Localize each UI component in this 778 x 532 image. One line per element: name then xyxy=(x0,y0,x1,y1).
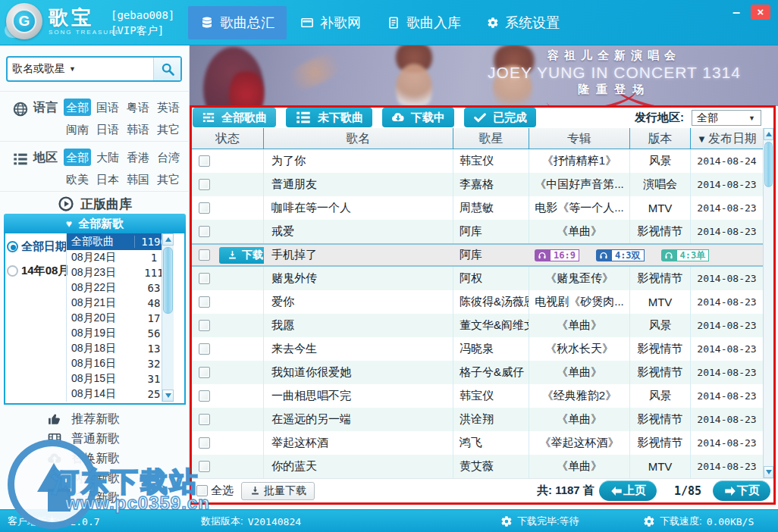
search-button[interactable] xyxy=(153,58,180,80)
table-row[interactable]: 来去今生冯晓泉《秋水长天》影视情节2014-08-23 xyxy=(192,337,763,361)
minimize-button[interactable]: – xyxy=(726,5,746,19)
date-list-scrollbar[interactable] xyxy=(162,233,174,402)
tab-下载中[interactable]: 下载中 xyxy=(382,108,454,127)
release-region-dropdown[interactable]: 全部 ▼ xyxy=(692,110,761,126)
table-row[interactable]: 为了你韩宝仪《抒情精粹1》风景2014-08-24 xyxy=(192,149,763,173)
scrollbar-thumb[interactable] xyxy=(163,247,173,314)
row-checkbox[interactable] xyxy=(199,226,210,237)
table-scrollbar[interactable] xyxy=(763,128,773,478)
row-checkbox[interactable] xyxy=(199,320,210,331)
column-header-发布日期[interactable]: ▼发布日期 xyxy=(691,128,763,149)
table-row[interactable]: 我知道你很爱她格子兮&威仔《单曲》影视情节2014-08-23 xyxy=(192,361,763,384)
filter-option-国语[interactable]: 国语 xyxy=(94,99,121,116)
filter-option-全部[interactable]: 全部 xyxy=(64,149,91,166)
sidebar-item-综艺新歌[interactable]: 综艺新歌 xyxy=(0,488,190,508)
table-row[interactable]: 举起这杯酒鸿飞《举起这杯酒》影视情节2014-08-23 xyxy=(192,431,763,455)
table-row[interactable]: 普通朋友李嘉格《中国好声音第...演唱会2014-08-23 xyxy=(192,173,763,196)
quality-badge[interactable]: 16:9 xyxy=(535,249,579,261)
scroll-down-arrow[interactable] xyxy=(162,390,174,402)
table-row[interactable]: 我愿董文华&阎维文《单曲》风景2014-08-23 xyxy=(192,314,763,337)
filter-option-闽南[interactable]: 闽南 xyxy=(64,120,91,138)
date-list-header[interactable]: 全部歌曲 1190 xyxy=(67,233,174,250)
sidebar-item-推荐新歌[interactable]: 推荐新歌 xyxy=(0,409,190,429)
table-row[interactable]: 你的蓝天黄艾薇《单曲》MTV2014-08-23 xyxy=(192,455,763,478)
column-header-专辑[interactable]: 专辑 xyxy=(529,128,630,149)
table-row[interactable]: 在遥远的另一端洪诠翔《单曲》影视情节2014-08-23 xyxy=(192,408,763,431)
tab-未下歌曲[interactable]: 未下歌曲 xyxy=(286,108,372,127)
row-checkbox[interactable] xyxy=(199,390,210,402)
column-header-状态[interactable]: 状态 xyxy=(192,128,264,149)
nav-item-歌曲入库[interactable]: 歌曲入库 xyxy=(375,6,473,39)
batch-download-button[interactable]: 批量下载 xyxy=(241,482,315,500)
nav-item-补歌网[interactable]: 补歌网 xyxy=(288,6,373,39)
filter-option-日本[interactable]: 日本 xyxy=(94,171,121,188)
date-list-item[interactable]: 08月24日1 xyxy=(67,250,174,265)
next-page-button[interactable]: 下页 xyxy=(713,480,770,501)
filter-option-全部[interactable]: 全部 xyxy=(64,99,91,116)
filter-option-其它[interactable]: 其它 xyxy=(155,120,182,138)
row-checkbox[interactable] xyxy=(199,461,210,472)
table-row[interactable]: 戒爱阿库《单曲》影视情节2014-08-23 xyxy=(192,220,763,243)
filter-option-韩国[interactable]: 韩国 xyxy=(124,171,152,188)
search-category-dropdown[interactable]: 歌名或歌星 ▼ xyxy=(8,62,80,76)
filter-option-韩语[interactable]: 韩语 xyxy=(124,120,152,138)
sidebar-item-普通新歌[interactable]: 普通新歌 xyxy=(0,429,190,449)
scroll-up-arrow[interactable] xyxy=(162,233,174,246)
new-songs-header[interactable]: ♥ 全部新歌 xyxy=(4,214,186,233)
table-row[interactable]: 赌鬼外传阿权《赌鬼歪传》影视情节2014-08-23 xyxy=(192,267,763,290)
table-row[interactable]: 下载手机掉了阿库16:94:3双4:3单 xyxy=(192,243,763,267)
scroll-up-arrow[interactable] xyxy=(764,128,773,140)
date-list-item[interactable]: 08月14日25 xyxy=(67,386,174,402)
filter-option-香港[interactable]: 香港 xyxy=(124,149,152,166)
close-button[interactable]: × xyxy=(751,5,770,20)
table-row[interactable]: 爱你陈彼得&汤薇恩电视剧《砂煲肉...MTV2014-08-23 xyxy=(192,290,763,314)
table-row[interactable]: 一曲相思唱不完韩宝仪《经典雅韵2》风景2014-08-23 xyxy=(192,384,763,408)
scroll-down-arrow[interactable] xyxy=(764,466,773,478)
row-checkbox[interactable] xyxy=(199,202,210,214)
download-button[interactable]: 下载 xyxy=(219,247,264,264)
row-checkbox[interactable] xyxy=(199,155,210,167)
nav-item-歌曲总汇[interactable]: 歌曲总汇 xyxy=(188,6,287,39)
date-filter-全部日期[interactable]: 全部日期 xyxy=(7,239,67,254)
date-list-item[interactable]: 08月20日17 xyxy=(67,311,174,326)
filter-option-大陆[interactable]: 大陆 xyxy=(94,149,121,166)
date-list-item[interactable]: 08月21日48 xyxy=(67,296,174,311)
date-list-item[interactable]: 08月18日13 xyxy=(67,341,174,356)
date-filter-14年08月[interactable]: 14年08月 xyxy=(7,264,69,278)
column-header-歌名[interactable]: 歌名 xyxy=(264,128,453,149)
row-checkbox[interactable] xyxy=(199,249,210,261)
scrollbar-thumb[interactable] xyxy=(764,142,773,187)
concert-banner[interactable]: 容祖儿全新演唱会 JOEY YUNG IN CONCERT 1314 隆重登场 xyxy=(190,45,778,106)
row-checkbox[interactable] xyxy=(199,367,210,378)
row-checkbox[interactable] xyxy=(199,414,210,425)
quality-badge[interactable]: 4:3双 xyxy=(596,249,645,261)
nav-item-系统设置[interactable]: 系统设置 xyxy=(475,6,572,39)
prev-page-button[interactable]: 上页 xyxy=(599,480,657,501)
filter-option-其它[interactable]: 其它 xyxy=(155,171,182,188)
filter-option-欧美[interactable]: 欧美 xyxy=(64,171,91,188)
licensed-library-button[interactable]: 正版曲库 xyxy=(0,194,190,214)
column-header-版本[interactable]: 版本 xyxy=(630,128,691,149)
row-checkbox[interactable] xyxy=(199,179,210,190)
column-header-歌星[interactable]: 歌星 xyxy=(453,128,529,149)
row-checkbox[interactable] xyxy=(199,273,210,284)
quality-badge[interactable]: 4:3单 xyxy=(661,249,710,261)
filter-option-日语[interactable]: 日语 xyxy=(94,120,121,138)
date-list-item[interactable]: 08月22日63 xyxy=(67,280,174,296)
row-checkbox[interactable] xyxy=(199,296,210,308)
select-all-checkbox[interactable] xyxy=(196,485,208,496)
filter-option-英语[interactable]: 英语 xyxy=(155,99,182,116)
tab-已完成[interactable]: 已完成 xyxy=(464,108,536,127)
row-checkbox[interactable] xyxy=(199,343,210,355)
sidebar-item-替换新歌[interactable]: 替换新歌 xyxy=(0,449,190,468)
filter-option-粤语[interactable]: 粤语 xyxy=(124,99,152,116)
date-list-item[interactable]: 08月15日31 xyxy=(67,371,174,386)
search-input[interactable] xyxy=(80,58,153,80)
date-list-item[interactable]: 08月16日32 xyxy=(67,356,174,371)
date-list-item[interactable]: 08月19日56 xyxy=(67,326,174,341)
row-checkbox[interactable] xyxy=(199,437,210,449)
tab-全部歌曲[interactable]: 全部歌曲 xyxy=(193,108,276,127)
table-row[interactable]: 咖啡在等一个人周慧敏电影《等一个人...MTV2014-08-23 xyxy=(192,196,763,220)
date-list-item[interactable]: 08月23日111 xyxy=(67,265,174,280)
sidebar-item-网络新歌[interactable]: 网络新歌 xyxy=(0,468,190,488)
